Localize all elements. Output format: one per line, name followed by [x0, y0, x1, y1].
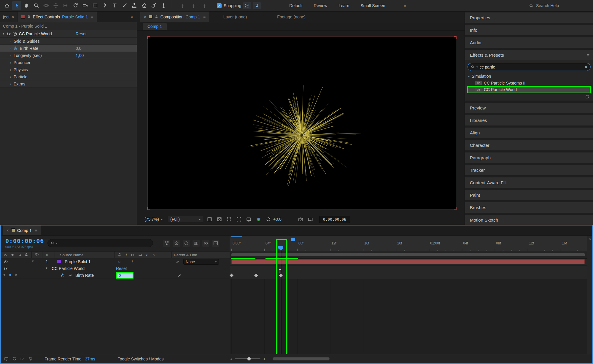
property-name[interactable]: Birth Rate [75, 273, 94, 278]
effects-search-input[interactable] [480, 65, 583, 69]
snapshot-button[interactable] [297, 216, 304, 223]
effect-row[interactable]: fx ▾ CC Particle World Reset [1, 265, 230, 272]
orbit-camera-tool[interactable] [42, 1, 51, 10]
layer-corner-handle[interactable] [147, 36, 150, 39]
chevron-right-icon[interactable]: › [10, 39, 11, 43]
rectangle-tool-tool[interactable] [90, 1, 100, 10]
property-value[interactable]: 1,00 [76, 53, 84, 58]
toggle-switches-modes-button[interactable]: Toggle Switches / Modes [118, 357, 164, 361]
panel-menu-icon[interactable]: ≡ [587, 53, 589, 58]
panel-menu-icon[interactable]: ≡ [203, 15, 206, 19]
new-preset-icon[interactable] [585, 95, 589, 99]
panel-header-preview[interactable]: Preview [465, 103, 593, 113]
scroll-sync-icon[interactable] [20, 357, 25, 361]
layer-expand-chevron[interactable]: ▾ [32, 259, 34, 263]
channels-button[interactable] [255, 216, 262, 223]
shy-column-icon[interactable] [117, 253, 122, 257]
lock-column-icon[interactable] [24, 253, 28, 257]
eraser-tool-tool[interactable] [139, 1, 149, 10]
quality-column-icon[interactable]: ∖ [125, 253, 128, 257]
stopwatch-icon[interactable] [61, 273, 65, 278]
chevron-right-icon[interactable]: › [10, 47, 11, 50]
layer-panel-tab[interactable]: Layer (none) [220, 12, 250, 22]
reset-button[interactable]: Reset [76, 31, 87, 36]
tab-overflow-chevrons[interactable]: » [127, 14, 137, 19]
hand-tool[interactable] [22, 1, 31, 10]
parent-link-column-header[interactable]: Parent & Link [174, 253, 197, 257]
effect-property-row[interactable]: ›Longevity (sec)1,00 [0, 52, 137, 59]
chevron-down-icon[interactable]: ▾ [3, 32, 4, 36]
clear-search-icon[interactable]: × [585, 64, 587, 69]
hide-shy-button[interactable] [183, 240, 190, 247]
selection-tool[interactable] [12, 1, 21, 10]
effect-property-row[interactable]: ›Physics [0, 66, 137, 73]
resolution-select[interactable]: (Full) ▾ [168, 216, 203, 223]
help-search[interactable] [529, 3, 586, 8]
effect-property-row[interactable]: ›Particle [0, 73, 137, 80]
preset-item[interactable]: 16CC Particle World [468, 86, 591, 93]
pan-camera-tool[interactable] [51, 1, 61, 10]
adjustment-column-icon[interactable]: ◐ [146, 253, 148, 257]
chevron-right-icon[interactable]: › [10, 75, 11, 79]
close-icon[interactable]: × [7, 228, 9, 233]
project-panel-tab[interactable]: ject × [0, 12, 18, 22]
panel-header-align[interactable]: Align [465, 128, 593, 138]
video-column-icon[interactable] [4, 253, 8, 257]
panel-header-paragraph[interactable]: Paragraph [465, 152, 593, 163]
layer-corner-handle[interactable] [454, 36, 457, 39]
prev-keyframe-button[interactable]: ◀ [3, 273, 5, 276]
dolly-camera-tool[interactable] [61, 1, 70, 10]
home-tool[interactable] [2, 1, 12, 10]
panel-menu-icon[interactable]: ≡ [91, 15, 93, 19]
preset-item[interactable]: 32CC Particle Systems II [468, 80, 591, 86]
gpu-status-icon[interactable] [4, 357, 9, 361]
show-snapshot-button[interactable] [307, 216, 314, 223]
panel-header-audio[interactable]: Audio [465, 37, 593, 48]
workspace-review[interactable]: Review [314, 3, 327, 8]
help-search-input[interactable] [536, 3, 586, 8]
effect-property-row[interactable]: ›Grid & Guides [0, 38, 137, 45]
layer-name[interactable]: Purple Solid 1 [65, 259, 90, 264]
panel-header-info[interactable]: Info [465, 25, 593, 35]
live-update-icon[interactable] [12, 357, 17, 361]
timeline-tracks[interactable]: I 0:00f04f08f12f16f20f01:00f04f08f12f16f [230, 236, 587, 354]
pick-whip-icon[interactable] [177, 273, 182, 278]
panel-header-properties[interactable]: Properties [465, 12, 593, 23]
property-row[interactable]: ◀ ◆ ▶ Birth Rate 0 [1, 272, 230, 279]
layer-row[interactable]: ▾ 1 Purple Solid 1 ○ ∖ None ▾ [1, 258, 230, 265]
comp-flowchart-button[interactable] [163, 240, 170, 247]
grid-options-button[interactable] [206, 216, 213, 223]
puppet-pin-tool-tool[interactable] [159, 1, 168, 10]
reset-button[interactable]: Reset [116, 266, 127, 271]
region-of-interest-button[interactable] [235, 216, 242, 223]
snapping-checkbox[interactable]: ✓ [217, 3, 222, 8]
effect-expand-chevron[interactable]: ▾ [46, 266, 47, 270]
pick-whip-icon[interactable] [176, 260, 180, 264]
timeline-search[interactable]: ▾ [47, 239, 153, 247]
lock-icon[interactable] [27, 15, 31, 19]
exposure-value[interactable]: +0,0 [273, 217, 282, 222]
motion-blur-button[interactable] [202, 240, 209, 247]
graph-editor-button[interactable] [212, 240, 219, 247]
panel-header-character[interactable]: Character [465, 140, 593, 150]
source-name-column-header[interactable]: Source Name [60, 253, 83, 257]
layer-corner-handle[interactable] [147, 207, 150, 210]
composition-viewer[interactable]: (75,7%) ▾ (Full) ▾ +0,0 0:00:00:06 [137, 31, 465, 225]
work-area-handle[interactable] [291, 238, 295, 241]
magnification-select[interactable]: (75,7%) ▾ [142, 216, 165, 222]
effects-search[interactable]: ▾× [468, 63, 591, 71]
brush-tool-tool[interactable] [120, 1, 129, 10]
category-simulation[interactable]: ▾Simulation [468, 73, 591, 80]
panel-header-effects-presets[interactable]: Effects & Presets≡ [465, 50, 593, 60]
threed-column-icon[interactable]: ○ [152, 253, 155, 257]
panel-header-paint[interactable]: Paint [465, 190, 593, 200]
frame-blend-column-icon[interactable] [131, 253, 135, 257]
transparency-grid-button[interactable] [216, 216, 223, 223]
comp-nav-tab[interactable]: Comp 1 [143, 23, 167, 30]
frame-blending-button[interactable] [193, 240, 200, 247]
zoom-tool[interactable] [32, 1, 41, 10]
effect-name[interactable]: CC Particle World [52, 266, 85, 271]
pen-tool-tool[interactable] [100, 1, 109, 10]
panel-header-motion-sketch[interactable]: Motion Sketch [465, 215, 593, 225]
composition-tab[interactable]: × Composition Comp 1 ≡ [140, 12, 209, 22]
